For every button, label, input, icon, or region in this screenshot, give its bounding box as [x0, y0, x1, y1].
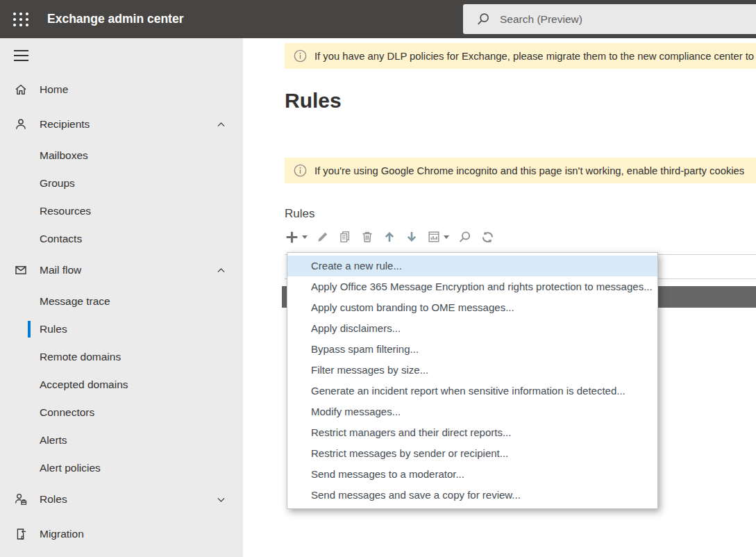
sidebar-item-alert-policies[interactable]: Alert policies [0, 454, 243, 482]
sidebar-item-recipients[interactable]: Recipients [0, 107, 243, 142]
report-button[interactable] [423, 227, 453, 247]
sidebar-item-label: Migration [40, 528, 84, 540]
sidebar-item-label: Accepted domains [40, 379, 128, 391]
sidebar-item-alerts[interactable]: Alerts [0, 426, 243, 454]
refresh-icon [480, 230, 495, 244]
hamburger-icon [14, 50, 28, 51]
menu-item-send-to-moderator[interactable]: Send messages to a moderator... [287, 464, 657, 485]
pencil-icon [316, 230, 330, 244]
delete-rule-button[interactable] [356, 227, 378, 247]
sidebar-item-message-trace[interactable]: Message trace [0, 288, 243, 315]
copy-icon [338, 230, 352, 244]
page-arrow-icon [14, 527, 28, 541]
chevron-up-icon[interactable] [216, 119, 226, 130]
sidebar-item-label: Alert policies [40, 462, 101, 474]
chevron-up-icon[interactable] [216, 265, 226, 276]
sidebar-item-contacts[interactable]: Contacts [0, 225, 243, 253]
sidebar-item-label: Alerts [40, 434, 67, 447]
menu-item-restrict-messages[interactable]: Restrict messages by sender or recipient… [287, 443, 657, 464]
sidebar-item-label: Mail flow [40, 264, 81, 276]
search-icon [476, 12, 491, 27]
info-icon [294, 164, 307, 177]
top-app-bar: Exchange admin center [0, 0, 756, 38]
banner-text: If you have any DLP policies for Exchang… [314, 51, 754, 62]
copy-rule-button[interactable] [334, 227, 356, 247]
nav-collapse-button[interactable] [14, 50, 28, 61]
chevron-down-icon[interactable] [216, 494, 226, 505]
menu-item-apply-disclaimers[interactable]: Apply disclaimers... [287, 318, 657, 339]
home-icon [14, 83, 28, 97]
refresh-button[interactable] [476, 227, 499, 247]
person-briefcase-icon [14, 492, 28, 506]
move-up-button[interactable] [378, 227, 401, 247]
sidebar-item-label: Remote domains [40, 351, 121, 363]
dlp-info-banner: If you have any DLP policies for Exchang… [285, 43, 756, 69]
search-input[interactable] [500, 13, 729, 26]
arrow-up-icon [383, 230, 396, 244]
sidebar-item-groups[interactable]: Groups [0, 169, 243, 197]
search-rules-button[interactable] [453, 227, 476, 247]
report-icon [427, 230, 441, 244]
sidebar-item-label: Rules [40, 323, 67, 335]
move-down-button[interactable] [401, 227, 423, 247]
sidebar-item-resources[interactable]: Resources [0, 197, 243, 225]
menu-item-bypass-spam-filtering[interactable]: Bypass spam filtering... [287, 339, 657, 360]
sidebar-item-label: Home [40, 83, 68, 96]
menu-item-restrict-managers[interactable]: Restrict managers and their direct repor… [287, 422, 657, 443]
menu-item-modify-messages[interactable]: Modify messages... [287, 401, 657, 422]
banner-text: If you're using Google Chrome incognito … [314, 165, 744, 176]
menu-item-apply-ome-encryption[interactable]: Apply Office 365 Message Encryption and … [287, 276, 657, 297]
sidebar-item-home[interactable]: Home [0, 72, 243, 107]
sidebar-item-label: Message trace [40, 295, 110, 308]
plus-icon [285, 230, 299, 244]
sidebar-item-mail-flow[interactable]: Mail flow [0, 253, 243, 288]
trash-icon [360, 230, 374, 244]
rules-list-title: Rules [285, 206, 756, 222]
page-title: Rules [285, 87, 756, 115]
app-title: Exchange admin center [47, 12, 183, 26]
sidebar-item-migration[interactable]: Migration [0, 517, 243, 551]
cookies-info-banner: If you're using Google Chrome incognito … [285, 158, 756, 183]
main-content: If you have any DLP policies for Exchang… [243, 38, 756, 557]
sidebar-item-connectors[interactable]: Connectors [0, 399, 243, 426]
add-rule-button[interactable] [280, 227, 312, 247]
sidebar-item-remote-domains[interactable]: Remote domains [0, 343, 243, 371]
sidebar-item-label: Mailboxes [40, 149, 88, 162]
sidebar-item-label: Connectors [40, 406, 94, 419]
caret-down-icon [444, 235, 449, 239]
sidebar-item-label: Resources [40, 205, 91, 217]
sidebar-item-label: Roles [40, 493, 67, 506]
selected-item-indicator [28, 321, 31, 338]
menu-item-generate-incident-report[interactable]: Generate an incident report when sensiti… [287, 381, 657, 401]
search-icon [457, 230, 472, 244]
sidebar-item-rules[interactable]: Rules [0, 315, 243, 343]
sidebar-item-label: Contacts [40, 233, 82, 245]
sidebar-item-roles[interactable]: Roles [0, 482, 243, 517]
mail-icon [14, 263, 28, 277]
menu-item-apply-custom-branding[interactable]: Apply custom branding to OME messages... [287, 297, 657, 318]
sidebar-item-label: Recipients [40, 118, 90, 131]
left-navigation: Home Recipients Mailboxes Groups Resourc… [0, 38, 243, 557]
info-icon [294, 49, 307, 63]
new-rule-dropdown-menu: Create a new rule... Apply Office 365 Me… [287, 252, 658, 509]
global-search-box[interactable] [463, 4, 756, 34]
caret-down-icon [302, 235, 308, 239]
person-icon [14, 117, 28, 131]
app-launcher-waffle-icon[interactable] [12, 10, 30, 28]
edit-rule-button[interactable] [312, 227, 334, 247]
menu-item-create-new-rule[interactable]: Create a new rule... [287, 256, 657, 276]
sidebar-item-label: Groups [40, 177, 75, 190]
arrow-down-icon [405, 230, 419, 244]
sidebar-item-accepted-domains[interactable]: Accepted domains [0, 371, 243, 399]
menu-item-filter-messages-by-size[interactable]: Filter messages by size... [287, 360, 657, 381]
sidebar-item-mailboxes[interactable]: Mailboxes [0, 142, 243, 169]
rules-toolbar [280, 227, 756, 247]
menu-item-send-save-copy[interactable]: Send messages and save a copy for review… [287, 485, 657, 506]
